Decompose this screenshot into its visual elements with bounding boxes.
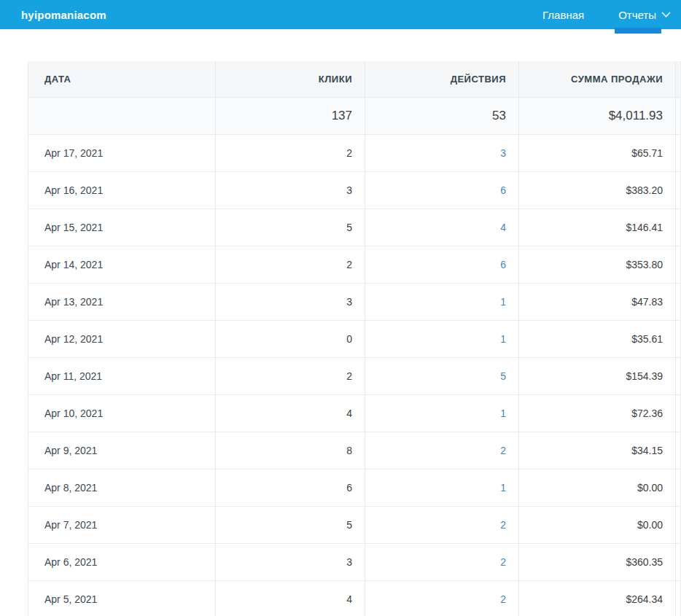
actions-link[interactable]: 1 <box>500 482 506 494</box>
nav-item-home[interactable]: Главная <box>538 0 588 29</box>
extra-cell <box>676 283 681 320</box>
date-cell: Apr 17, 2021 <box>28 134 216 171</box>
main-nav: Главная Отчеты <box>513 0 675 29</box>
actions-link[interactable]: 2 <box>500 556 506 568</box>
actions-cell: 2 <box>365 580 519 616</box>
date-cell: Apr 6, 2021 <box>28 543 216 580</box>
actions-cell: 2 <box>365 432 519 469</box>
actions-cell: 1 <box>365 320 519 357</box>
table-row: Apr 8, 2021 6 1 $0.00 <box>28 469 681 506</box>
actions-link[interactable]: 4 <box>500 222 506 233</box>
sales-cell: $35.61 <box>519 320 676 357</box>
table-row: Apr 13, 2021 3 1 $47.83 <box>28 283 681 320</box>
table-header: ДАТА КЛИКИ ДЕЙСТВИЯ СУММА ПРОДАЖИ <box>28 61 681 97</box>
actions-cell: 2 <box>365 543 519 580</box>
actions-cell: 1 <box>365 283 519 320</box>
actions-cell: 2 <box>365 506 519 543</box>
table-row: Apr 16, 2021 3 6 $383.20 <box>28 171 681 208</box>
column-header-date: ДАТА <box>28 61 216 97</box>
actions-link[interactable]: 6 <box>500 259 506 270</box>
table-row: Apr 15, 2021 5 4 $146.41 <box>28 208 681 246</box>
nav-item-reports[interactable]: Отчеты <box>614 0 675 29</box>
actions-cell: 1 <box>365 394 519 432</box>
date-cell: Apr 14, 2021 <box>28 246 216 283</box>
table-row: Apr 11, 2021 2 5 $154.39 <box>28 357 681 394</box>
extra-cell <box>676 246 681 283</box>
table-row: Apr 17, 2021 2 3 $65.71 <box>28 134 681 171</box>
date-cell: Apr 8, 2021 <box>28 469 216 506</box>
table-row: Apr 10, 2021 4 1 $72.36 <box>28 394 681 432</box>
report-table: ДАТА КЛИКИ ДЕЙСТВИЯ СУММА ПРОДАЖИ 137 53… <box>28 61 681 616</box>
sales-cell: $154.39 <box>519 357 676 394</box>
sales-cell: $383.20 <box>519 171 676 208</box>
date-cell: Apr 7, 2021 <box>28 506 216 543</box>
sales-cell: $360.35 <box>519 543 676 580</box>
sales-cell: $146.41 <box>519 208 676 246</box>
actions-link[interactable]: 1 <box>500 296 506 308</box>
date-cell: Apr 11, 2021 <box>28 357 216 394</box>
table-row: Apr 12, 2021 0 1 $35.61 <box>28 320 681 357</box>
clicks-cell: 3 <box>216 283 365 320</box>
table-row: Apr 6, 2021 3 2 $360.35 <box>28 543 681 580</box>
table-row: Apr 7, 2021 5 2 $0.00 <box>28 506 681 543</box>
sales-cell: $34.15 <box>519 432 676 469</box>
actions-link[interactable]: 5 <box>500 370 506 382</box>
table-body: Apr 17, 2021 2 3 $65.71 Apr 16, 2021 3 6… <box>28 134 681 616</box>
clicks-cell: 5 <box>216 506 365 543</box>
extra-cell <box>676 394 681 432</box>
actions-link[interactable]: 1 <box>500 333 506 345</box>
actions-cell: 5 <box>365 357 519 394</box>
table-row: Apr 9, 2021 8 2 $34.15 <box>28 432 681 469</box>
extra-cell <box>676 506 681 543</box>
sales-cell: $65.71 <box>519 134 676 171</box>
extra-cell <box>676 134 681 171</box>
active-tab-indicator <box>615 28 661 34</box>
column-header-sales: СУММА ПРОДАЖИ <box>519 61 676 97</box>
column-header-clicks: КЛИКИ <box>216 61 365 97</box>
date-cell: Apr 16, 2021 <box>28 171 216 208</box>
sales-cell: $72.36 <box>519 394 676 432</box>
summary-sales-cell: $4,011.93 <box>519 97 676 134</box>
summary-clicks-cell: 137 <box>216 97 365 134</box>
clicks-cell: 5 <box>216 208 365 246</box>
extra-cell <box>676 543 681 580</box>
clicks-cell: 2 <box>216 246 365 283</box>
summary-date-cell <box>28 97 216 134</box>
actions-link[interactable]: 2 <box>500 445 506 456</box>
sales-cell: $0.00 <box>519 506 676 543</box>
clicks-cell: 2 <box>216 357 365 394</box>
actions-cell: 6 <box>365 246 519 283</box>
date-cell: Apr 13, 2021 <box>28 283 216 320</box>
table-row: Apr 14, 2021 2 6 $353.80 <box>28 246 681 283</box>
table-row: Apr 5, 2021 4 2 $264.34 <box>28 580 681 616</box>
summary-row: 137 53 $4,011.93 <box>28 97 681 134</box>
clicks-cell: 6 <box>216 469 365 506</box>
column-header-extra <box>676 61 681 97</box>
actions-cell: 6 <box>365 171 519 208</box>
extra-cell <box>676 171 681 208</box>
actions-link[interactable]: 2 <box>500 593 506 605</box>
sales-cell: $47.83 <box>519 283 676 320</box>
report-page: ДАТА КЛИКИ ДЕЙСТВИЯ СУММА ПРОДАЖИ 137 53… <box>0 29 681 616</box>
nav-item-home-label: Главная <box>542 9 584 21</box>
nav-item-reports-label: Отчеты <box>618 9 656 21</box>
sales-cell: $353.80 <box>519 246 676 283</box>
clicks-cell: 8 <box>216 432 365 469</box>
extra-cell <box>676 208 681 246</box>
actions-link[interactable]: 3 <box>500 147 506 159</box>
date-cell: Apr 9, 2021 <box>28 432 216 469</box>
clicks-cell: 3 <box>216 171 365 208</box>
date-cell: Apr 15, 2021 <box>28 208 216 246</box>
brand-link[interactable]: hyipomaniacom <box>21 9 106 21</box>
actions-link[interactable]: 1 <box>500 408 506 419</box>
actions-cell: 3 <box>365 134 519 171</box>
actions-link[interactable]: 6 <box>500 184 506 196</box>
column-header-actions: ДЕЙСТВИЯ <box>365 61 519 97</box>
actions-link[interactable]: 2 <box>500 519 506 531</box>
extra-cell <box>676 469 681 506</box>
clicks-cell: 4 <box>216 580 365 616</box>
summary-actions-cell: 53 <box>365 97 519 134</box>
actions-cell: 1 <box>365 469 519 506</box>
extra-cell <box>676 432 681 469</box>
clicks-cell: 3 <box>216 543 365 580</box>
